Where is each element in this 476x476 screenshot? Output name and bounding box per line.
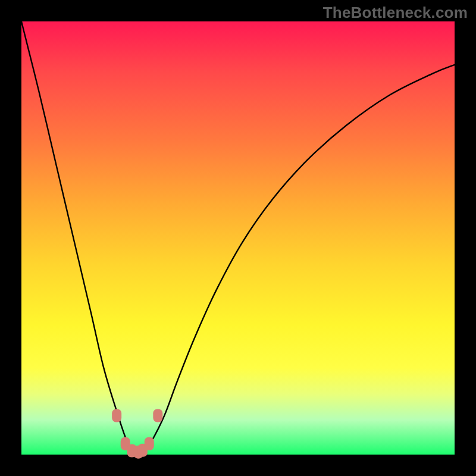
curve-marker bbox=[153, 409, 162, 422]
curve-marker bbox=[112, 409, 121, 422]
chart-frame: TheBottleneck.com bbox=[0, 0, 476, 476]
curve-svg bbox=[21, 21, 455, 455]
plot-area bbox=[21, 21, 455, 455]
watermark-text: TheBottleneck.com bbox=[323, 4, 468, 22]
curve-marker bbox=[145, 437, 154, 450]
bottleneck-curve bbox=[21, 21, 455, 455]
